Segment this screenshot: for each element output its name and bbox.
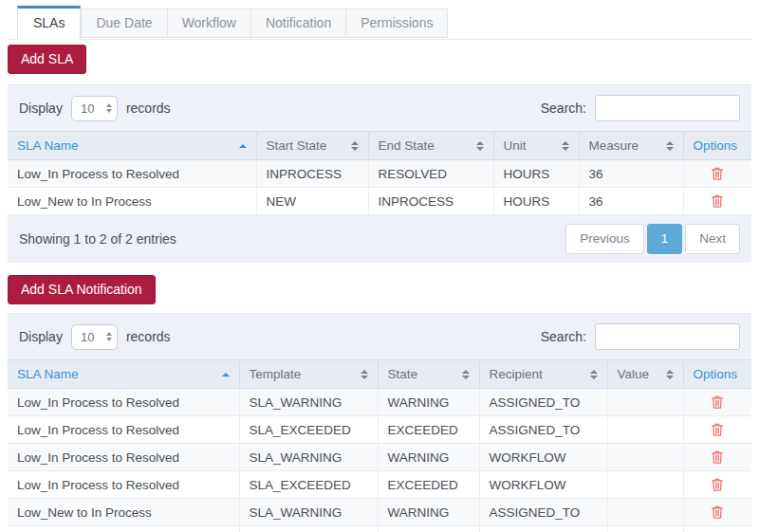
pagination-previous-button[interactable]: Previous xyxy=(565,224,644,254)
table-cell: Low_New to In Process xyxy=(8,188,256,215)
table-row: Low_New to In ProcessNEWINPROCESSHOURS36 xyxy=(8,188,751,215)
records-label: records xyxy=(126,101,171,116)
table-cell xyxy=(607,416,683,444)
options-cell xyxy=(683,471,751,499)
table-cell xyxy=(607,471,683,499)
search-input[interactable] xyxy=(595,323,740,350)
notification-table-controls: Display 10 records Search: xyxy=(8,314,751,359)
sort-both-icon xyxy=(666,370,674,379)
column-header-sla-name[interactable]: SLA Name xyxy=(8,360,239,389)
table-cell xyxy=(607,444,683,471)
pagination-next-button[interactable]: Next xyxy=(685,224,740,254)
tab-slas[interactable]: SLAs xyxy=(17,6,81,40)
column-header-measure[interactable]: Measure xyxy=(579,132,683,160)
table-cell: INPROCESS xyxy=(368,188,493,215)
tab-due-date[interactable]: Due Date xyxy=(81,9,167,38)
sort-both-icon xyxy=(562,141,569,151)
add-sla-button[interactable]: Add SLA xyxy=(8,45,86,74)
sla-notification-datatable: Display 10 records Search: SLA NameTempl… xyxy=(8,313,751,532)
add-sla-notification-button[interactable]: Add SLA Notification xyxy=(8,275,156,304)
table-cell: WORKFLOW xyxy=(479,444,607,471)
tab-workflow[interactable]: Workflow xyxy=(168,9,251,38)
column-label: SLA Name xyxy=(17,367,79,381)
column-label: Template xyxy=(250,367,302,381)
trash-icon xyxy=(711,394,724,410)
sort-ascending-icon xyxy=(239,144,247,148)
records-label: records xyxy=(126,329,171,344)
options-cell xyxy=(683,499,751,526)
trash-icon xyxy=(711,504,724,520)
column-label: Measure xyxy=(589,138,639,153)
column-label: Start State xyxy=(267,138,327,153)
table-cell: WORKFLOW xyxy=(479,471,607,499)
delete-row-button[interactable] xyxy=(709,475,726,494)
table-cell: ASSIGNED_TO xyxy=(479,499,607,526)
page-length-value: 10 xyxy=(81,101,94,116)
table-cell: 36 xyxy=(579,160,683,188)
table-cell: WARNING xyxy=(378,389,479,416)
table-cell: Low_New to In Process xyxy=(8,499,239,526)
column-header-sla-name[interactable]: SLA Name xyxy=(8,132,256,160)
table-cell: HOURS xyxy=(493,188,579,215)
column-header-template[interactable]: Template xyxy=(239,360,378,389)
column-header-options: Options xyxy=(683,360,751,389)
table-cell: WARNING xyxy=(378,499,479,526)
table-row: Low_In Process to ResolvedSLA_WARNINGWAR… xyxy=(8,389,751,416)
table-cell: Low_In Process to Resolved xyxy=(8,416,239,444)
table-row: Low_New to In ProcessSLA_WARNINGWARNINGA… xyxy=(8,499,751,526)
column-header-end-state[interactable]: End State xyxy=(368,132,493,160)
trash-icon xyxy=(711,166,724,181)
table-cell: SLA_WARNING xyxy=(239,444,378,471)
page-length-select[interactable]: 10 xyxy=(71,324,118,350)
tab-notification[interactable]: Notification xyxy=(251,9,346,38)
column-label: Options xyxy=(694,138,738,153)
search-control: Search: xyxy=(541,95,740,121)
tab-permissions[interactable]: Permissions xyxy=(346,9,448,38)
sort-both-icon xyxy=(590,370,598,379)
table-cell: EXCEEDED xyxy=(378,416,479,444)
delete-row-button[interactable] xyxy=(709,164,726,183)
table-cell: WARNING xyxy=(378,444,479,471)
table-cell: Low_In Process to Resolved xyxy=(8,444,239,471)
tab-bar: SLAsDue DateWorkflowNotificationPermissi… xyxy=(8,8,751,40)
column-header-state[interactable]: State xyxy=(378,360,479,389)
table-row-partial xyxy=(8,526,751,532)
column-label: SLA Name xyxy=(17,138,79,153)
sla-notification-table: SLA NameTemplateStateRecipientValueOptio… xyxy=(8,359,751,532)
column-label: Unit xyxy=(504,138,527,153)
column-header-recipient[interactable]: Recipient xyxy=(479,360,607,389)
table-cell: SLA_WARNING xyxy=(239,499,378,526)
table-cell: RESOLVED xyxy=(368,160,493,188)
column-label: State xyxy=(388,367,418,381)
table-cell: Low_In Process to Resolved xyxy=(8,160,256,188)
column-header-start-state[interactable]: Start State xyxy=(256,132,368,160)
trash-icon xyxy=(711,449,724,465)
page-length-control: Display 10 records xyxy=(19,324,171,350)
page-length-select[interactable]: 10 xyxy=(71,96,118,121)
options-cell xyxy=(683,188,751,215)
options-cell xyxy=(683,416,751,444)
column-label: End State xyxy=(379,138,435,153)
delete-row-button[interactable] xyxy=(709,448,726,467)
table-row: Low_In Process to ResolvedSLA_EXCEEDEDEX… xyxy=(8,416,751,444)
table-cell: SLA_EXCEEDED xyxy=(239,416,378,444)
table-row: Low_In Process to ResolvedINPROCESSRESOL… xyxy=(8,160,751,188)
column-header-options: Options xyxy=(683,132,751,160)
trash-icon xyxy=(711,422,724,437)
delete-row-button[interactable] xyxy=(709,420,726,439)
delete-row-button[interactable] xyxy=(709,503,726,522)
delete-row-button[interactable] xyxy=(709,192,726,211)
delete-row-button[interactable] xyxy=(709,393,726,412)
sla-table-footer: Showing 1 to 2 of 2 entries Previous 1 N… xyxy=(8,215,751,263)
table-cell: EXCEEDED xyxy=(378,471,479,499)
column-header-value[interactable]: Value xyxy=(607,360,683,389)
table-cell: 36 xyxy=(579,188,683,215)
header-row: SLA NameTemplateStateRecipientValueOptio… xyxy=(8,360,751,389)
sla-datatable: Display 10 records Search: SLA NameStart… xyxy=(8,84,751,263)
pagination-page-1-button[interactable]: 1 xyxy=(647,224,683,254)
header-row: SLA NameStart StateEnd StateUnitMeasureO… xyxy=(8,132,751,160)
column-header-unit[interactable]: Unit xyxy=(493,132,579,160)
table-cell: ASSIGNED_TO xyxy=(479,416,607,444)
search-input[interactable] xyxy=(595,95,740,121)
sla-settings-page: SLAsDue DateWorkflowNotificationPermissi… xyxy=(0,0,759,532)
